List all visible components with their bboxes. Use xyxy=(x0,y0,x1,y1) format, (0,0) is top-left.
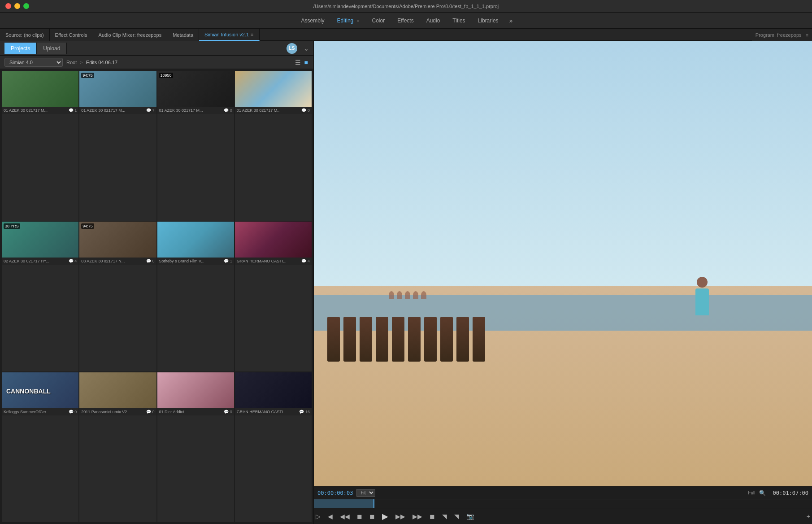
fit-select[interactable]: Fit xyxy=(356,489,375,497)
nav-assembly[interactable]: Assembly xyxy=(296,16,330,26)
thumbnail-image: 30 YRS xyxy=(2,222,78,258)
thumbnail-image: 94:75 xyxy=(79,71,156,107)
thumbnail-item[interactable]: GRAN HERMANO CASTI...💬 16 xyxy=(235,372,312,522)
step-back-button[interactable]: ◀ xyxy=(326,511,334,522)
tab-metadata[interactable]: Metadata xyxy=(167,29,199,41)
goto-in-button[interactable]: ◼ xyxy=(355,511,364,522)
thumbnail-label: 03 AZEK 30 021717 N...💬 0 xyxy=(79,258,156,265)
fast-forward-button[interactable]: ▶▶ xyxy=(411,511,424,522)
editing-menu-icon[interactable]: ≡ xyxy=(357,18,360,23)
rewind-button[interactable]: ◀◀ xyxy=(338,511,352,522)
tab-effect-controls[interactable]: Effect Controls xyxy=(50,29,93,41)
maximize-button[interactable] xyxy=(23,3,29,9)
playback-controls: ▷ ◀ ◀◀ ◼ ◼ ▶ ▶▶ ▶▶ ◼ ◥ ◥ 📷 + xyxy=(314,508,812,524)
thumbnail-badge: 30 YRS xyxy=(4,223,20,229)
thumbnail-item[interactable]: 1095001 AZEK 30 021717 M...💬 0 xyxy=(157,71,234,221)
step-forward-button[interactable]: ▶▶ xyxy=(394,511,407,522)
main-layout: Projects Upload LS ⌄ Simian 4.0 Root > E… xyxy=(0,41,812,524)
thumbnail-item[interactable]: 94:7503 AZEK 30 021717 N...💬 0 xyxy=(79,222,156,371)
beach-post xyxy=(456,317,469,362)
window-controls xyxy=(5,3,29,9)
thumbnail-item[interactable]: 2011 PanasonicLumix V2💬 0 xyxy=(79,372,156,522)
camera-button[interactable]: 📷 xyxy=(465,511,476,522)
beach-post xyxy=(473,317,485,362)
beach-figure xyxy=(692,277,712,317)
extract-button[interactable]: ◥ xyxy=(452,511,461,522)
beach-person xyxy=(413,291,418,299)
thumbnail-label: 01 AZEK 30 021717 M...💬 0 xyxy=(157,107,234,114)
mark-in-button[interactable]: ▷ xyxy=(314,511,322,522)
simian-tab-menu-icon[interactable]: ≡ xyxy=(251,32,253,37)
grid-toggle: ☰ ■ xyxy=(294,58,309,67)
preview-timecode: 00:00:00:03 xyxy=(317,490,353,496)
thumbnail-label: 02 AZEK 30 021717 HY...💬 4 xyxy=(2,258,78,265)
play-button[interactable]: ▶ xyxy=(380,510,390,523)
thumbnail-name: Sotheby s Brand Film V... xyxy=(159,259,224,263)
beach-person xyxy=(421,291,426,299)
thumbnail-label: 2011 PanasonicLumix V2💬 0 xyxy=(79,408,156,415)
simian-chevron-icon[interactable]: ⌄ xyxy=(304,45,309,52)
thumbnail-image xyxy=(235,372,312,408)
title-bar: /Users/simiandevelopment/Documents/Adobe… xyxy=(0,0,812,13)
beach-people xyxy=(389,291,426,299)
simian-tabs: Projects Upload xyxy=(4,43,67,54)
thumbnail-item[interactable]: GRAN HERMANO CASTI...💬 4 xyxy=(235,222,312,371)
thumbnail-name: 01 AZEK 30 021717 M... xyxy=(159,108,224,113)
thumbnail-item[interactable]: 94:7501 AZEK 30 021717 M...💬 7 xyxy=(79,71,156,221)
thumbnail-grid: 01 AZEK 30 021717 M...💬 194:7501 AZEK 30… xyxy=(0,69,313,524)
thumbnail-badge: 10950 xyxy=(159,73,173,78)
thumbnail-image xyxy=(157,372,234,408)
nav-audio[interactable]: Audio xyxy=(421,16,446,26)
beach-person xyxy=(397,291,402,299)
thumbnail-label: 01 AZEK 30 021717 M...💬 7 xyxy=(79,107,156,114)
thumbnail-image xyxy=(235,222,312,258)
thumbnail-item[interactable]: 01 AZEK 30 021717 M...💬 0 xyxy=(235,71,312,221)
beach-sky xyxy=(314,41,812,286)
nav-titles[interactable]: Titles xyxy=(447,16,470,26)
minimize-button[interactable] xyxy=(14,3,20,9)
nav-editing[interactable]: Editing ≡ xyxy=(332,16,365,26)
simian-tab-upload[interactable]: Upload xyxy=(37,43,67,54)
thumbnail-item[interactable]: 30 YRS02 AZEK 30 021717 HY...💬 4 xyxy=(2,222,78,371)
preview-playhead[interactable] xyxy=(373,499,374,508)
grid-view-icon[interactable]: ■ xyxy=(304,58,309,67)
nav-more-icon[interactable]: » xyxy=(506,17,517,24)
list-view-icon[interactable]: ☰ xyxy=(294,58,302,67)
thumbnail-name: Kelloggs SummerOfCer... xyxy=(4,410,69,414)
nav-effects[interactable]: Effects xyxy=(392,16,419,26)
step-1-button[interactable]: ◼ xyxy=(368,511,377,522)
preview-played-region xyxy=(314,499,373,508)
thumbnail-badge: 94:75 xyxy=(81,223,94,229)
program-menu-icon[interactable]: ≡ xyxy=(806,32,808,38)
preview-timeline-bar[interactable] xyxy=(314,499,812,508)
simian-toolbar: Simian 4.0 Root > Edits 04.06.17 ☰ ■ xyxy=(0,56,313,69)
thumbnail-item[interactable]: 01 Dior Addict💬 0 xyxy=(157,372,234,522)
close-button[interactable] xyxy=(5,3,11,9)
thumbnail-comment-count: 💬 0 xyxy=(301,108,310,113)
beach-person xyxy=(405,291,410,299)
thumbnail-item[interactable]: CANNONBALLKelloggs SummerOfCer...💬 0 xyxy=(2,372,78,522)
preview-image xyxy=(314,41,812,486)
nav-libraries[interactable]: Libraries xyxy=(473,16,504,26)
nav-color[interactable]: Color xyxy=(366,16,390,26)
tab-source[interactable]: Source: (no clips) xyxy=(0,29,50,41)
simian-project-select[interactable]: Simian 4.0 xyxy=(4,58,63,67)
simian-avatar: LS xyxy=(287,43,297,54)
goto-out-button[interactable]: ◼ xyxy=(428,511,437,522)
tab-simian[interactable]: Simian Infusion v2.1 ≡ xyxy=(199,29,259,41)
thumbnail-item[interactable]: Sotheby s Brand Film V...💬 1 xyxy=(157,222,234,371)
zoom-icon[interactable]: 🔍 xyxy=(759,490,766,496)
lift-button[interactable]: ◥ xyxy=(440,511,449,522)
thumbnail-badge: 94:75 xyxy=(81,73,94,78)
tab-audio-clip-mixer[interactable]: Audio Clip Mixer: freezepops xyxy=(93,29,168,41)
top-nav: Assembly Editing ≡ Color Effects Audio T… xyxy=(0,13,812,29)
add-marker-button[interactable]: + xyxy=(805,511,812,522)
thumbnail-image: 10950 xyxy=(157,71,234,107)
thumbnail-image xyxy=(157,222,234,258)
simian-tab-projects[interactable]: Projects xyxy=(4,43,37,54)
thumbnail-image: 94:75 xyxy=(79,222,156,258)
thumbnail-item[interactable]: 01 AZEK 30 021717 M...💬 1 xyxy=(2,71,78,221)
beach-posts xyxy=(314,317,812,362)
thumbnail-comment-count: 💬 1 xyxy=(69,108,77,113)
thumbnail-name: 03 AZEK 30 021717 N... xyxy=(81,259,146,263)
